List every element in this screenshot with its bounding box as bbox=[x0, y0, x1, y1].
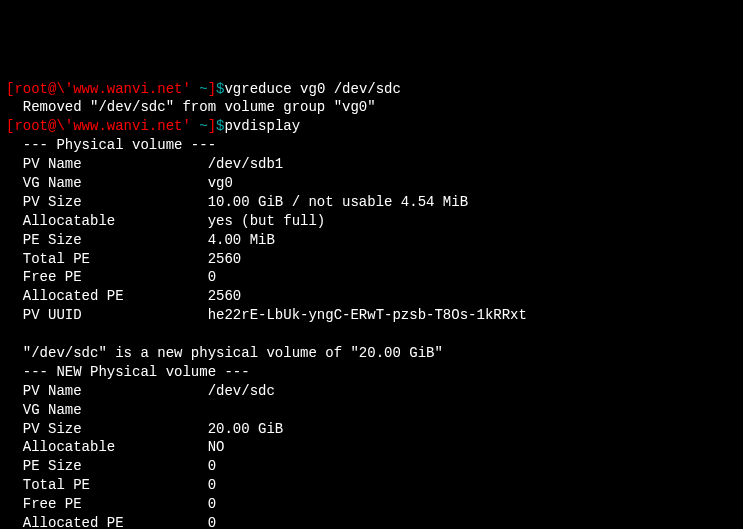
terminal-line: PV Name /dev/sdc bbox=[6, 382, 737, 401]
output-text: PV Name /dev/sdc bbox=[6, 383, 275, 399]
prompt-dir: ~ bbox=[199, 118, 207, 134]
prompt-space bbox=[191, 81, 199, 97]
terminal-line: Allocatable NO bbox=[6, 438, 737, 457]
terminal-line: --- Physical volume --- bbox=[6, 136, 737, 155]
terminal-line: Allocated PE 2560 bbox=[6, 287, 737, 306]
output-text: Free PE 0 bbox=[6, 496, 216, 512]
output-text: PV Name /dev/sdb1 bbox=[6, 156, 283, 172]
terminal-line: PV UUID he22rE-LbUk-yngC-ERwT-pzsb-T8Os-… bbox=[6, 306, 737, 325]
prompt-close: ] bbox=[208, 81, 216, 97]
terminal-line: Removed "/dev/sdc" from volume group "vg… bbox=[6, 98, 737, 117]
terminal-line: PE Size 0 bbox=[6, 457, 737, 476]
terminal-line: Total PE 0 bbox=[6, 476, 737, 495]
prompt-dir: ~ bbox=[199, 81, 207, 97]
output-text: Allocatable NO bbox=[6, 439, 224, 455]
output-text: Total PE 2560 bbox=[6, 251, 241, 267]
output-text bbox=[6, 326, 31, 342]
output-text: Removed "/dev/sdc" from volume group "vg… bbox=[6, 99, 376, 115]
terminal-line: Total PE 2560 bbox=[6, 250, 737, 269]
terminal-line bbox=[6, 325, 737, 344]
terminal-line: PV Size 20.00 GiB bbox=[6, 420, 737, 439]
terminal-output[interactable]: [root@\'www.wanvi.net' ~]$vgreduce vg0 /… bbox=[6, 80, 737, 529]
terminal-line: [root@\'www.wanvi.net' ~]$vgreduce vg0 /… bbox=[6, 80, 737, 99]
terminal-line: PV Size 10.00 GiB / not usable 4.54 MiB bbox=[6, 193, 737, 212]
terminal-line: VG Name vg0 bbox=[6, 174, 737, 193]
output-text: PV UUID he22rE-LbUk-yngC-ERwT-pzsb-T8Os-… bbox=[6, 307, 527, 323]
output-text: "/dev/sdc" is a new physical volume of "… bbox=[6, 345, 443, 361]
terminal-line: VG Name bbox=[6, 401, 737, 420]
terminal-line: [root@\'www.wanvi.net' ~]$pvdisplay bbox=[6, 117, 737, 136]
terminal-line: PE Size 4.00 MiB bbox=[6, 231, 737, 250]
prompt-space bbox=[191, 118, 199, 134]
command-text: pvdisplay bbox=[224, 118, 300, 134]
terminal-line: PV Name /dev/sdb1 bbox=[6, 155, 737, 174]
prompt-user: root@\'www.wanvi.net' bbox=[14, 118, 190, 134]
output-text: Free PE 0 bbox=[6, 269, 216, 285]
prompt-close: ] bbox=[208, 118, 216, 134]
output-text: Allocatable yes (but full) bbox=[6, 213, 325, 229]
output-text: Total PE 0 bbox=[6, 477, 216, 493]
output-text: VG Name vg0 bbox=[6, 175, 233, 191]
terminal-line: Free PE 0 bbox=[6, 268, 737, 287]
output-text: PE Size 4.00 MiB bbox=[6, 232, 275, 248]
command-text: vgreduce vg0 /dev/sdc bbox=[224, 81, 400, 97]
terminal-line: Free PE 0 bbox=[6, 495, 737, 514]
terminal-line: Allocated PE 0 bbox=[6, 514, 737, 529]
terminal-line: "/dev/sdc" is a new physical volume of "… bbox=[6, 344, 737, 363]
output-text: Allocated PE 2560 bbox=[6, 288, 241, 304]
output-text: --- Physical volume --- bbox=[6, 137, 216, 153]
output-text: PV Size 10.00 GiB / not usable 4.54 MiB bbox=[6, 194, 468, 210]
terminal-line: --- NEW Physical volume --- bbox=[6, 363, 737, 382]
output-text: --- NEW Physical volume --- bbox=[6, 364, 250, 380]
output-text: PE Size 0 bbox=[6, 458, 241, 474]
terminal-line: Allocatable yes (but full) bbox=[6, 212, 737, 231]
prompt-user: root@\'www.wanvi.net' bbox=[14, 81, 190, 97]
output-text: VG Name bbox=[6, 402, 208, 418]
output-text: PV Size 20.00 GiB bbox=[6, 421, 283, 437]
output-text: Allocated PE 0 bbox=[6, 515, 216, 529]
